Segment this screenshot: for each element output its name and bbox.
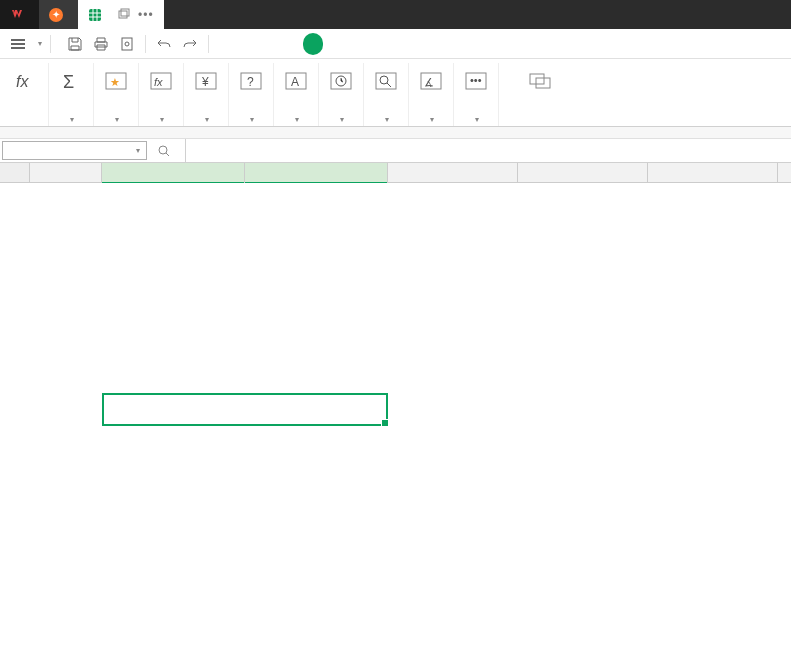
ribbon-finance-fn[interactable]: ¥ ▾ [184, 63, 229, 126]
undo-icon[interactable] [152, 32, 176, 56]
hamburger-icon[interactable] [4, 39, 32, 49]
chevron-down-icon: ▾ [295, 115, 299, 124]
formula-bar: ▾ [0, 139, 791, 163]
redo-icon[interactable] [178, 32, 202, 56]
file-menu[interactable]: ▾ [32, 39, 46, 48]
title-bar: ✦ ••• [0, 0, 791, 29]
tab-devtools[interactable] [419, 29, 443, 59]
name-manager-icon [527, 65, 555, 97]
ribbon-other-fn[interactable]: ••• ▾ [454, 63, 499, 126]
svg-text:?: ? [247, 75, 254, 89]
text-a-icon: A [282, 65, 310, 97]
svg-rect-1 [119, 11, 127, 18]
ribbon-common-fn[interactable]: ★ ▾ [94, 63, 139, 126]
tab-detach-icon[interactable] [118, 8, 130, 22]
ribbon-logic-fn[interactable]: ? ▾ [229, 63, 274, 126]
ribbon-name-manager[interactable] [519, 63, 563, 126]
tab-start[interactable] [231, 29, 255, 59]
sigma-icon: Σ [57, 65, 85, 97]
tab-docker[interactable]: ✦ [39, 0, 78, 29]
spreadsheet-icon [88, 8, 102, 22]
print-icon[interactable] [89, 32, 113, 56]
svg-text:•••: ••• [470, 74, 482, 86]
tab-view[interactable] [371, 29, 395, 59]
svg-rect-2 [121, 9, 129, 16]
ribbon-tabs [231, 29, 467, 59]
select-all-corner[interactable] [0, 163, 30, 182]
col-header-F[interactable] [648, 163, 778, 182]
ribbon-autosum[interactable]: Σ ▾ [49, 63, 94, 126]
question-icon: ? [237, 65, 265, 97]
svg-rect-0 [89, 9, 101, 21]
svg-text:A: A [291, 75, 299, 89]
svg-rect-25 [530, 74, 544, 84]
chevron-down-icon: ▾ [70, 115, 74, 124]
svg-text:fx: fx [16, 73, 29, 90]
tab-page-layout[interactable] [279, 29, 303, 59]
name-box[interactable]: ▾ [2, 141, 147, 160]
col-header-C[interactable] [245, 163, 388, 182]
chevron-down-icon: ▾ [385, 115, 389, 124]
zoom-icon[interactable] [157, 144, 171, 158]
formula-input[interactable] [185, 139, 791, 162]
chevron-down-icon: ▾ [430, 115, 434, 124]
col-header-A[interactable] [30, 163, 102, 182]
chevron-down-icon: ▾ [250, 115, 254, 124]
tab-document[interactable]: ••• [78, 0, 164, 29]
svg-rect-3 [122, 38, 132, 50]
svg-point-20 [380, 76, 388, 84]
fx-box-icon: fx [147, 65, 175, 97]
tab-menu-icon[interactable]: ••• [138, 8, 154, 22]
tab-review[interactable] [347, 29, 371, 59]
ribbon-lookup-fn[interactable]: ▾ [364, 63, 409, 126]
svg-text:★: ★ [110, 76, 120, 88]
tab-security[interactable] [395, 29, 419, 59]
search-icon [372, 65, 400, 97]
chevron-down-icon: ▾ [475, 115, 479, 124]
chevron-down-icon: ▾ [38, 39, 42, 48]
col-header-D[interactable] [388, 163, 518, 182]
chevron-down-icon[interactable]: ▾ [136, 146, 140, 155]
yen-icon: ¥ [192, 65, 220, 97]
tab-extra[interactable] [443, 29, 467, 59]
tab-wps[interactable] [0, 0, 39, 29]
svg-point-27 [159, 146, 167, 154]
save-icon[interactable] [63, 32, 87, 56]
ribbon-insert-function[interactable]: fx [4, 63, 49, 126]
fx-icon: fx [12, 65, 40, 97]
chevron-down-icon: ▾ [340, 115, 344, 124]
clock-icon [327, 65, 355, 97]
spreadsheet-grid[interactable] [0, 163, 791, 183]
tab-formula[interactable] [303, 33, 323, 55]
math-icon: ∡ [417, 65, 445, 97]
ribbon-all-fn[interactable]: fx ▾ [139, 63, 184, 126]
chevron-down-icon: ▾ [115, 115, 119, 124]
ribbon-text-fn[interactable]: A ▾ [274, 63, 319, 126]
tab-insert[interactable] [255, 29, 279, 59]
new-tab-button[interactable] [164, 0, 204, 29]
svg-text:Σ: Σ [63, 72, 74, 92]
menu-bar: ▾ [0, 29, 791, 59]
wps-logo-icon [10, 8, 24, 22]
svg-rect-19 [376, 73, 396, 89]
col-header-B[interactable] [102, 163, 245, 182]
ribbon-datetime-fn[interactable]: ▾ [319, 63, 364, 126]
tab-ops: ••• [118, 8, 154, 22]
selection-box [102, 393, 388, 426]
column-headers [0, 163, 791, 183]
ribbon: fx Σ ▾ ★ ▾ fx ▾ ¥ ▾ ? ▾ A ▾ ▾ ▾ ∡ ▾ ••• … [0, 59, 791, 127]
quick-access-toolbar [63, 32, 213, 56]
star-fx-icon: ★ [102, 65, 130, 97]
dots-icon: ••• [462, 65, 490, 97]
svg-point-4 [125, 42, 129, 46]
ribbon-math-fn[interactable]: ∡ ▾ [409, 63, 454, 126]
print-preview-icon[interactable] [115, 32, 139, 56]
chevron-down-icon: ▾ [205, 115, 209, 124]
svg-text:fx: fx [154, 76, 163, 88]
svg-text:∡: ∡ [424, 76, 434, 88]
col-header-E[interactable] [518, 163, 648, 182]
svg-rect-26 [536, 78, 550, 88]
svg-text:¥: ¥ [201, 75, 209, 89]
tab-data[interactable] [323, 29, 347, 59]
flame-icon: ✦ [49, 8, 63, 22]
